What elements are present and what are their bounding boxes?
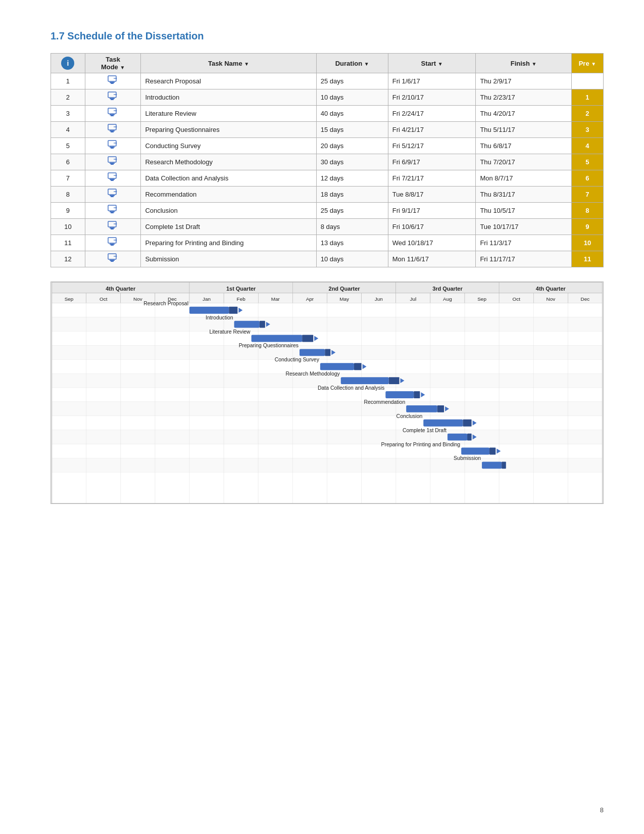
row-name: Preparing for Printing and Binding: [141, 235, 316, 251]
row-start: Fri 2/24/17: [388, 106, 476, 122]
svg-rect-133: [300, 349, 325, 356]
svg-text:Aug: Aug: [443, 296, 452, 302]
svg-text:Research Proposal: Research Proposal: [143, 301, 188, 306]
row-name: Complete 1st Draft: [141, 219, 316, 235]
row-duration: 40 days: [316, 106, 388, 122]
col-header-start: Start ▼: [388, 54, 476, 73]
table-row: 12 Submission10 daysMon 11/6/17Fri 11/17…: [51, 251, 604, 267]
gantt-chart: 4th Quarter1st Quarter2nd Quarter3rd Qua…: [51, 282, 604, 504]
task-mode-icon: [108, 172, 119, 184]
row-name: Literature Review: [141, 106, 316, 122]
svg-text:2nd Quarter: 2nd Quarter: [329, 286, 361, 292]
row-duration: 13 days: [316, 235, 388, 251]
svg-text:4th Quarter: 4th Quarter: [536, 286, 566, 292]
row-mode: [85, 235, 141, 251]
row-pre: 2: [571, 106, 603, 122]
svg-rect-154: [463, 420, 471, 427]
svg-rect-161: [461, 448, 489, 455]
row-start: Fri 5/12/17: [388, 138, 476, 154]
row-name: Research Proposal: [141, 73, 316, 89]
svg-rect-17: [110, 147, 115, 148]
svg-rect-122: [229, 307, 237, 314]
svg-text:Nov: Nov: [133, 296, 142, 302]
svg-text:Research Methodology: Research Methodology: [285, 371, 340, 377]
section-title: 1.7 Schedule of the Dissertation: [51, 30, 604, 42]
row-finish: Tue 10/17/17: [476, 219, 571, 235]
svg-text:1st Quarter: 1st Quarter: [226, 286, 256, 292]
svg-rect-14: [111, 131, 114, 132]
svg-text:Oct: Oct: [100, 296, 108, 302]
task-mode-icon: [108, 91, 119, 103]
row-index: 2: [51, 89, 85, 106]
col-header-info: i: [51, 54, 85, 73]
svg-text:Preparing Questionnaires: Preparing Questionnaires: [239, 343, 299, 348]
table-row: 10 Complete 1st Draft8 daysFri 10/6/17Tu…: [51, 219, 604, 235]
task-mode-icon: [108, 124, 119, 135]
svg-rect-22: [111, 164, 114, 165]
svg-text:Feb: Feb: [237, 296, 246, 302]
svg-text:Preparing for Printing and Bin: Preparing for Printing and Binding: [381, 442, 461, 447]
svg-text:Recommendation: Recommendation: [364, 399, 405, 405]
row-duration: 18 days: [316, 187, 388, 203]
row-duration: 25 days: [316, 203, 388, 219]
svg-rect-158: [467, 434, 472, 441]
task-mode-icon: [108, 108, 119, 119]
info-icon: i: [61, 57, 74, 70]
row-duration: 15 days: [316, 122, 388, 138]
row-finish: Thu 6/8/17: [476, 138, 571, 154]
svg-rect-5: [110, 98, 115, 99]
row-mode: [85, 106, 141, 122]
svg-rect-41: [110, 244, 115, 245]
svg-text:Jun: Jun: [375, 296, 383, 302]
svg-text:Sep: Sep: [477, 296, 486, 302]
svg-text:Literature Review: Literature Review: [209, 329, 251, 335]
row-duration: 12 days: [316, 170, 388, 187]
row-start: Tue 8/8/17: [388, 187, 476, 203]
row-finish: Thu 2/9/17: [476, 73, 571, 89]
task-mode-icon: [108, 237, 119, 249]
svg-rect-29: [110, 195, 115, 196]
table-row: 6 Research Methodology30 daysFri 6/9/17T…: [51, 154, 604, 170]
row-start: Fri 6/9/17: [388, 154, 476, 170]
svg-rect-10: [111, 115, 114, 116]
row-mode: [85, 73, 141, 89]
svg-text:Conclusion: Conclusion: [397, 413, 423, 419]
row-pre: 10: [571, 235, 603, 251]
table-row: 4 Preparing Questionnaires15 daysFri 4/2…: [51, 122, 604, 138]
task-mode-icon: [108, 75, 119, 87]
row-finish: Thu 10/5/17: [476, 203, 571, 219]
row-duration: 8 days: [316, 219, 388, 235]
svg-text:Introduction: Introduction: [206, 315, 233, 320]
row-index: 8: [51, 187, 85, 203]
row-finish: Fri 11/3/17: [476, 235, 571, 251]
col-header-finish: Finish ▼: [476, 54, 571, 73]
row-pre: 7: [571, 187, 603, 203]
page-number: 8: [600, 806, 604, 814]
svg-rect-45: [110, 260, 115, 261]
row-pre: 5: [571, 154, 603, 170]
svg-rect-129: [252, 335, 303, 342]
row-start: Fri 10/6/17: [388, 219, 476, 235]
row-index: 1: [51, 73, 85, 89]
row-finish: Thu 4/20/17: [476, 106, 571, 122]
row-pre: 3: [571, 122, 603, 138]
row-finish: Thu 7/20/17: [476, 154, 571, 170]
svg-rect-2: [111, 83, 114, 84]
svg-rect-33: [110, 211, 115, 212]
svg-rect-121: [189, 307, 229, 314]
row-duration: 30 days: [316, 154, 388, 170]
task-mode-icon: [108, 189, 119, 200]
table-row: 8 Recommendation18 daysTue 8/8/17Thu 8/3…: [51, 187, 604, 203]
task-mode-icon: [108, 205, 119, 216]
svg-rect-166: [502, 461, 506, 469]
task-mode-icon: [108, 156, 119, 168]
row-index: 11: [51, 235, 85, 251]
svg-rect-125: [234, 321, 260, 328]
row-pre: 4: [571, 138, 603, 154]
svg-rect-13: [110, 130, 115, 131]
row-mode: [85, 251, 141, 267]
svg-rect-18: [111, 148, 114, 149]
svg-text:Submission: Submission: [454, 455, 481, 461]
svg-rect-162: [489, 448, 496, 455]
table-row: 2 Introduction10 daysFri 2/10/17Thu 2/23…: [51, 89, 604, 106]
